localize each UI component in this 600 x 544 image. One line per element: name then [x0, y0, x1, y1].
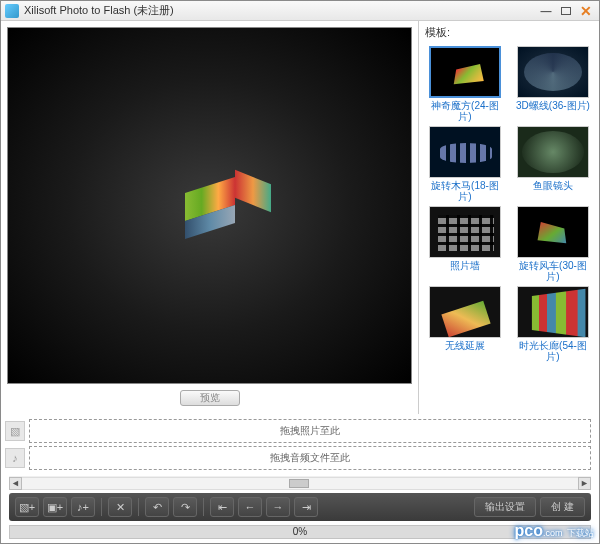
scroll-right-icon[interactable]: ►: [578, 477, 591, 490]
template-item[interactable]: 无线延展: [425, 286, 505, 362]
add-folder-button[interactable]: ▣+: [43, 497, 67, 517]
template-thumb: [517, 286, 589, 338]
undo-button[interactable]: ↶: [145, 497, 169, 517]
preview-canvas[interactable]: [7, 27, 412, 384]
create-button[interactable]: 创 建: [540, 497, 585, 517]
template-label: 神奇魔方(24-图片): [425, 100, 505, 122]
photo-icon: ▧: [5, 421, 25, 441]
music-icon: ♪: [5, 448, 25, 468]
template-item[interactable]: 鱼眼镜头: [513, 126, 593, 202]
scroll-left-icon[interactable]: ◄: [9, 477, 22, 490]
scroll-thumb[interactable]: [289, 479, 309, 488]
add-audio-button[interactable]: ♪+: [71, 497, 95, 517]
template-thumb: [517, 126, 589, 178]
delete-button[interactable]: ✕: [108, 497, 132, 517]
minimize-button[interactable]: —: [537, 4, 555, 18]
template-sidebar: 模板: 神奇魔方(24-图片)3D螺线(36-图片)旋转木马(18-图片)鱼眼镜…: [418, 21, 599, 414]
app-window: Xilisoft Photo to Flash (未注册) — ✕ 预览 模板:…: [0, 0, 600, 544]
move-last-button[interactable]: ⇥: [294, 497, 318, 517]
maximize-button[interactable]: [557, 4, 575, 18]
separator: [203, 498, 204, 516]
preview-cube-icon: [185, 177, 265, 227]
horizontal-scrollbar[interactable]: ◄ ►: [9, 476, 591, 490]
progress-label: 0%: [10, 526, 590, 538]
progress-bar: 0%: [9, 525, 591, 539]
template-label: 3D螺线(36-图片): [516, 100, 590, 111]
app-icon: [5, 4, 19, 18]
preview-button[interactable]: 预览: [180, 390, 240, 406]
titlebar: Xilisoft Photo to Flash (未注册) — ✕: [1, 1, 599, 21]
template-item[interactable]: 照片墙: [425, 206, 505, 282]
template-label: 旋转木马(18-图片): [425, 180, 505, 202]
separator: [138, 498, 139, 516]
template-item[interactable]: 3D螺线(36-图片): [513, 46, 593, 122]
preview-pane: 预览: [1, 21, 418, 414]
template-item[interactable]: 时光长廊(54-图片): [513, 286, 593, 362]
audio-dropzone[interactable]: 拖拽音频文件至此: [29, 446, 591, 470]
template-thumb: [429, 206, 501, 258]
template-item[interactable]: 旋转木马(18-图片): [425, 126, 505, 202]
toolbar: ▧+ ▣+ ♪+ ✕ ↶ ↷ ⇤ ← → ⇥ 输出设置 创 建: [9, 493, 591, 521]
template-label: 旋转风车(30-图片): [513, 260, 593, 282]
template-label: 时光长廊(54-图片): [513, 340, 593, 362]
sidebar-header: 模板:: [419, 21, 599, 44]
template-grid: 神奇魔方(24-图片)3D螺线(36-图片)旋转木马(18-图片)鱼眼镜头照片墙…: [419, 44, 599, 414]
template-label: 无线延展: [445, 340, 485, 351]
dropzone-area: ▧ 拖拽照片至此 ♪ 拖拽音频文件至此: [1, 414, 599, 475]
template-thumb: [429, 126, 501, 178]
separator: [101, 498, 102, 516]
content-area: 预览 模板: 神奇魔方(24-图片)3D螺线(36-图片)旋转木马(18-图片)…: [1, 21, 599, 543]
scroll-track[interactable]: [22, 477, 578, 490]
close-button[interactable]: ✕: [577, 4, 595, 18]
add-photo-button[interactable]: ▧+: [15, 497, 39, 517]
template-item[interactable]: 神奇魔方(24-图片): [425, 46, 505, 122]
move-first-button[interactable]: ⇤: [210, 497, 234, 517]
template-thumb: [429, 286, 501, 338]
photo-dropzone[interactable]: 拖拽照片至此: [29, 419, 591, 443]
upper-pane: 预览 模板: 神奇魔方(24-图片)3D螺线(36-图片)旋转木马(18-图片)…: [1, 21, 599, 414]
move-left-button[interactable]: ←: [238, 497, 262, 517]
export-settings-button[interactable]: 输出设置: [474, 497, 536, 517]
template-thumb: [429, 46, 501, 98]
template-item[interactable]: 旋转风车(30-图片): [513, 206, 593, 282]
template-label: 照片墙: [450, 260, 480, 271]
template-thumb: [517, 206, 589, 258]
template-label: 鱼眼镜头: [533, 180, 573, 191]
move-right-button[interactable]: →: [266, 497, 290, 517]
redo-button[interactable]: ↷: [173, 497, 197, 517]
template-thumb: [517, 46, 589, 98]
window-title: Xilisoft Photo to Flash (未注册): [24, 3, 535, 18]
